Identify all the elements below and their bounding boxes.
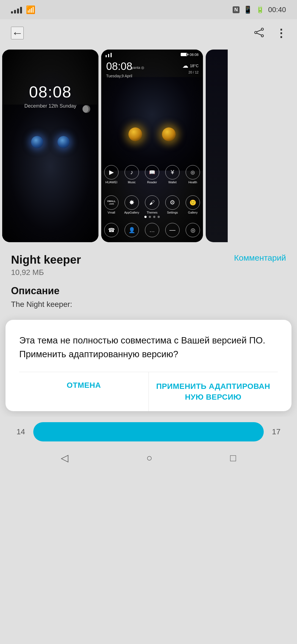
music-icon: ♪ (125, 165, 139, 179)
themes-label: Themes (147, 211, 158, 214)
settings-label: Settings (167, 211, 178, 214)
r-weather: ☁ 18°C 20 / 12 (182, 62, 199, 75)
minus-icon: — (165, 223, 180, 237)
health-label: Health (188, 181, 197, 184)
settings-icon: ⚙ (165, 195, 180, 210)
homescreen-mockup: 08:08 08:08 yanta ◎ Tuesday,9 April ☁ 18… (101, 50, 203, 242)
huawei-label: HUAWEI (105, 181, 117, 184)
r-bar1 (106, 55, 107, 57)
bar3 (17, 9, 19, 13)
weather-cloud-icon: ☁ (182, 62, 188, 70)
contacts-icon: 👤 (125, 223, 139, 237)
owl-feathers-left (2, 105, 98, 242)
dock-minus: — (163, 223, 182, 237)
more-options-icon[interactable]: ⋮ (276, 27, 286, 39)
music-label: Music (128, 181, 136, 184)
eye-left (31, 136, 43, 148)
r-battery-icon (181, 53, 187, 56)
status-left: 📶 (11, 5, 35, 14)
pagination-bar: 14 17 (0, 417, 297, 447)
dock-contacts: 👤 (122, 223, 141, 237)
themes-icon: 🖌 (145, 195, 159, 210)
dot-2 (149, 216, 151, 218)
appgallery-icon: ✸ (125, 195, 139, 210)
r-bar2 (108, 54, 109, 57)
app-gallery: 🙂 Gallery (183, 195, 202, 214)
r-status-bar: 08:08 (101, 50, 203, 59)
status-right: N 📱 🔋 00:40 (233, 6, 286, 14)
r-battery-fill (181, 53, 186, 56)
wallet-icon: ¥ (165, 165, 180, 179)
share-icon[interactable] (254, 27, 265, 39)
bottom-dock: ☎ 👤 … — ◎ (101, 223, 203, 237)
app-vmall: VMALL .com Vmall (102, 195, 121, 214)
apply-button[interactable]: ПРИМЕНИТЬ АДАПТИРОВАН НУЮ ВЕРСИЮ (149, 372, 278, 411)
description-text: The Night keeper: (11, 300, 286, 309)
phone-icon: ☎ (104, 223, 119, 237)
r-signal (106, 52, 112, 57)
owl-eyes-right (116, 121, 188, 148)
r-location: yanta ◎ (131, 66, 144, 70)
app-appgallery: ✸ AppGallery (122, 195, 141, 214)
eye-right (57, 136, 70, 148)
dock-messages: … (143, 223, 161, 237)
dot-4 (158, 216, 160, 218)
page-center-btn[interactable] (33, 422, 264, 441)
gallery-label: Gallery (188, 211, 198, 214)
app-wallet: ¥ Wallet (163, 165, 182, 184)
home-nav-button[interactable]: ○ (146, 452, 152, 464)
vmall-label: Vmall (108, 211, 115, 214)
r-bar3 (111, 53, 112, 57)
owl-eyes-left (17, 128, 83, 156)
r-status-time: 08:08 (189, 53, 199, 57)
description-title: Описание (11, 285, 286, 297)
dialog-message: Эта тема не полностью совместима с Вашей… (19, 334, 278, 361)
r-time: 08:08 (106, 61, 132, 72)
recent-nav-button[interactable]: □ (230, 452, 236, 464)
r-temp: 18°C (190, 63, 199, 69)
lock-time: 08:08 (2, 83, 98, 101)
reader-icon: 📖 (145, 165, 159, 179)
screenshots-area: 08:08 December 12th Sunday 08:08 (0, 47, 297, 245)
r-date: Tuesday,9 April (106, 74, 132, 78)
lock-moon-icon (82, 105, 90, 113)
appgallery-label: AppGallery (124, 211, 139, 214)
dock-clock: ◎ (183, 223, 202, 237)
cancel-button[interactable]: ОТМЕНА (19, 372, 149, 411)
r-eye-right (162, 127, 176, 141)
bar1 (11, 11, 13, 13)
theme-size: 10,92 МБ (11, 268, 286, 277)
comment-link[interactable]: Комментарий (234, 253, 286, 263)
lockscreen-mockup: 08:08 December 12th Sunday (2, 50, 98, 242)
svg-line-4 (257, 33, 262, 35)
app-reader: 📖 Reader (143, 165, 161, 184)
back-nav-button[interactable]: ◁ (61, 452, 68, 464)
nav-bar: ← ⋮ (0, 19, 297, 47)
app-row-2: VMALL .com Vmall ✸ AppGallery 🖌 Themes ⚙… (101, 195, 203, 214)
app-row-1: ▶ HUAWEI ♪ Music 📖 Reader ¥ Wallet ◎ Hea… (101, 165, 203, 184)
dot-1 (144, 216, 147, 218)
app-themes: 🖌 Themes (143, 195, 161, 214)
status-time: 00:40 (268, 6, 286, 14)
theme-info-section: Night keeper Комментарий 10,92 МБ Описан… (0, 245, 297, 320)
messages-icon: … (145, 223, 159, 237)
bar4 (20, 7, 22, 13)
signal-bars (11, 6, 22, 13)
app-settings: ⚙ Settings (163, 195, 182, 214)
nfc-badge: N (233, 6, 240, 13)
svg-line-3 (257, 30, 262, 32)
clock-icon: ◎ (186, 223, 200, 237)
app-health: ◎ Health (183, 165, 202, 184)
partial-mockup (206, 50, 228, 242)
dot-3 (153, 216, 155, 218)
gallery-icon: 🙂 (186, 195, 200, 210)
back-button[interactable]: ← (11, 27, 24, 39)
r-weather-temp: ☁ 18°C (182, 62, 199, 70)
r-status-right: 08:08 (181, 53, 199, 57)
theme-title: Night keeper (11, 253, 81, 266)
dialog-area: Эта тема не полностью совместима с Вашей… (0, 320, 297, 417)
reader-label: Reader (147, 181, 157, 184)
health-icon: ◎ (186, 165, 200, 179)
nav-right-icons: ⋮ (254, 27, 286, 39)
dialog-box: Эта тема не полностью совместима с Вашей… (6, 320, 292, 411)
